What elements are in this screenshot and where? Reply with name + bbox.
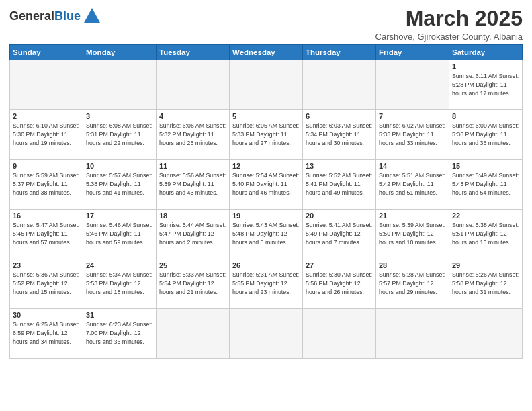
day-info: Sunrise: 6:25 AM Sunset: 6:59 PM Dayligh… — [13, 320, 80, 346]
day-number: 6 — [306, 112, 373, 120]
logo-icon — [83, 7, 101, 26]
cell-w2-d2: 11Sunrise: 5:56 AM Sunset: 5:39 PM Dayli… — [157, 160, 230, 210]
calendar-table: Sunday Monday Tuesday Wednesday Thursday… — [9, 44, 523, 359]
cell-w3-d1: 17Sunrise: 5:46 AM Sunset: 5:46 PM Dayli… — [83, 210, 157, 259]
day-number: 30 — [13, 311, 80, 319]
day-info: Sunrise: 5:33 AM Sunset: 5:54 PM Dayligh… — [159, 271, 226, 296]
cell-w5-d4 — [303, 309, 376, 359]
cell-w3-d0: 16Sunrise: 5:47 AM Sunset: 5:45 PM Dayli… — [10, 210, 83, 259]
cell-w0-d6: 1Sunrise: 6:11 AM Sunset: 5:28 PM Daylig… — [449, 60, 523, 110]
day-number: 1 — [452, 62, 519, 71]
cell-w5-d6 — [449, 309, 523, 359]
day-number: 28 — [379, 261, 446, 269]
cell-w3-d2: 18Sunrise: 5:44 AM Sunset: 5:47 PM Dayli… — [157, 210, 230, 259]
cell-w4-d1: 24Sunrise: 5:34 AM Sunset: 5:53 PM Dayli… — [83, 259, 157, 309]
day-number: 10 — [86, 162, 153, 170]
day-number: 16 — [13, 212, 80, 220]
week-row-2: 9Sunrise: 5:59 AM Sunset: 5:37 PM Daylig… — [10, 160, 523, 210]
cell-w4-d2: 25Sunrise: 5:33 AM Sunset: 5:54 PM Dayli… — [157, 259, 230, 309]
cell-w0-d4 — [303, 60, 376, 110]
day-number: 11 — [159, 162, 226, 170]
month-title: March 2025 — [375, 7, 523, 30]
day-info: Sunrise: 5:36 AM Sunset: 5:52 PM Dayligh… — [13, 271, 80, 296]
cell-w5-d3 — [230, 309, 303, 359]
day-info: Sunrise: 5:57 AM Sunset: 5:38 PM Dayligh… — [86, 171, 153, 197]
day-info: Sunrise: 5:44 AM Sunset: 5:47 PM Dayligh… — [159, 221, 226, 246]
day-number: 15 — [452, 162, 519, 170]
cell-w5-d1: 31Sunrise: 6:23 AM Sunset: 7:00 PM Dayli… — [83, 309, 157, 359]
cell-w4-d4: 27Sunrise: 5:30 AM Sunset: 5:56 PM Dayli… — [303, 259, 376, 309]
cell-w1-d5: 7Sunrise: 6:02 AM Sunset: 5:35 PM Daylig… — [376, 110, 449, 160]
header-saturday: Saturday — [449, 45, 523, 60]
day-number: 23 — [13, 261, 80, 269]
day-number: 2 — [13, 112, 80, 120]
cell-w2-d6: 15Sunrise: 5:49 AM Sunset: 5:43 PM Dayli… — [449, 160, 523, 210]
day-number: 7 — [379, 112, 446, 120]
logo-general-text: General — [9, 9, 54, 24]
day-info: Sunrise: 6:10 AM Sunset: 5:30 PM Dayligh… — [13, 122, 80, 147]
cell-w4-d3: 26Sunrise: 5:31 AM Sunset: 5:55 PM Dayli… — [230, 259, 303, 309]
day-info: Sunrise: 5:31 AM Sunset: 5:55 PM Dayligh… — [232, 271, 300, 296]
cell-w3-d6: 22Sunrise: 5:38 AM Sunset: 5:51 PM Dayli… — [449, 210, 523, 259]
cell-w3-d4: 20Sunrise: 5:41 AM Sunset: 5:49 PM Dayli… — [303, 210, 376, 259]
cell-w0-d3 — [230, 60, 303, 110]
week-row-3: 16Sunrise: 5:47 AM Sunset: 5:45 PM Dayli… — [10, 210, 523, 259]
header-thursday: Thursday — [303, 45, 376, 60]
day-info: Sunrise: 6:06 AM Sunset: 5:32 PM Dayligh… — [159, 122, 226, 147]
logo-blue-text: Blue — [54, 9, 81, 24]
day-number: 22 — [452, 212, 519, 220]
day-number: 31 — [86, 311, 153, 319]
cell-w5-d0: 30Sunrise: 6:25 AM Sunset: 6:59 PM Dayli… — [10, 309, 83, 359]
day-info: Sunrise: 5:59 AM Sunset: 5:37 PM Dayligh… — [13, 171, 80, 197]
calendar-page: General Blue March 2025 Carshove, Gjirok… — [0, 0, 532, 411]
day-number: 3 — [86, 112, 153, 120]
day-info: Sunrise: 5:38 AM Sunset: 5:51 PM Dayligh… — [452, 221, 519, 246]
day-number: 18 — [159, 212, 226, 220]
week-row-5: 30Sunrise: 6:25 AM Sunset: 6:59 PM Dayli… — [10, 309, 523, 359]
day-number: 19 — [232, 212, 300, 220]
cell-w0-d2 — [157, 60, 230, 110]
cell-w2-d3: 12Sunrise: 5:54 AM Sunset: 5:40 PM Dayli… — [230, 160, 303, 210]
day-info: Sunrise: 5:43 AM Sunset: 5:48 PM Dayligh… — [232, 221, 300, 246]
day-info: Sunrise: 5:28 AM Sunset: 5:57 PM Dayligh… — [379, 271, 446, 296]
day-info: Sunrise: 5:56 AM Sunset: 5:39 PM Dayligh… — [159, 171, 226, 197]
cell-w0-d5 — [376, 60, 449, 110]
logo: General Blue — [9, 7, 101, 26]
cell-w4-d0: 23Sunrise: 5:36 AM Sunset: 5:52 PM Dayli… — [10, 259, 83, 309]
cell-w3-d5: 21Sunrise: 5:39 AM Sunset: 5:50 PM Dayli… — [376, 210, 449, 259]
day-info: Sunrise: 5:34 AM Sunset: 5:53 PM Dayligh… — [86, 271, 153, 296]
day-number: 4 — [159, 112, 226, 120]
day-info: Sunrise: 5:39 AM Sunset: 5:50 PM Dayligh… — [379, 221, 446, 246]
cell-w2-d5: 14Sunrise: 5:51 AM Sunset: 5:42 PM Dayli… — [376, 160, 449, 210]
cell-w2-d0: 9Sunrise: 5:59 AM Sunset: 5:37 PM Daylig… — [10, 160, 83, 210]
day-number: 21 — [379, 212, 446, 220]
day-number: 26 — [232, 261, 300, 269]
day-info: Sunrise: 5:26 AM Sunset: 5:58 PM Dayligh… — [452, 271, 519, 296]
day-number: 13 — [306, 162, 373, 170]
logo-area: General Blue — [9, 7, 101, 26]
day-info: Sunrise: 5:51 AM Sunset: 5:42 PM Dayligh… — [379, 171, 446, 197]
day-info: Sunrise: 6:02 AM Sunset: 5:35 PM Dayligh… — [379, 122, 446, 147]
day-info: Sunrise: 6:05 AM Sunset: 5:33 PM Dayligh… — [232, 122, 300, 147]
header-friday: Friday — [376, 45, 449, 60]
cell-w2-d1: 10Sunrise: 5:57 AM Sunset: 5:38 PM Dayli… — [83, 160, 157, 210]
day-info: Sunrise: 5:46 AM Sunset: 5:46 PM Dayligh… — [86, 221, 153, 246]
cell-w1-d4: 6Sunrise: 6:03 AM Sunset: 5:34 PM Daylig… — [303, 110, 376, 160]
day-info: Sunrise: 6:11 AM Sunset: 5:28 PM Dayligh… — [452, 72, 519, 97]
day-number: 8 — [452, 112, 519, 120]
cell-w4-d5: 28Sunrise: 5:28 AM Sunset: 5:57 PM Dayli… — [376, 259, 449, 309]
day-info: Sunrise: 5:54 AM Sunset: 5:40 PM Dayligh… — [232, 171, 300, 197]
day-number: 24 — [86, 261, 153, 269]
header-sunday: Sunday — [10, 45, 83, 60]
cell-w1-d1: 3Sunrise: 6:08 AM Sunset: 5:31 PM Daylig… — [83, 110, 157, 160]
cell-w3-d3: 19Sunrise: 5:43 AM Sunset: 5:48 PM Dayli… — [230, 210, 303, 259]
day-number: 29 — [452, 261, 519, 269]
header-wednesday: Wednesday — [230, 45, 303, 60]
cell-w1-d6: 8Sunrise: 6:00 AM Sunset: 5:36 PM Daylig… — [449, 110, 523, 160]
day-info: Sunrise: 5:52 AM Sunset: 5:41 PM Dayligh… — [306, 171, 373, 197]
week-row-0: 1Sunrise: 6:11 AM Sunset: 5:28 PM Daylig… — [10, 60, 523, 110]
day-number: 12 — [232, 162, 300, 170]
day-number: 27 — [306, 261, 373, 269]
cell-w2-d4: 13Sunrise: 5:52 AM Sunset: 5:41 PM Dayli… — [303, 160, 376, 210]
day-number: 14 — [379, 162, 446, 170]
